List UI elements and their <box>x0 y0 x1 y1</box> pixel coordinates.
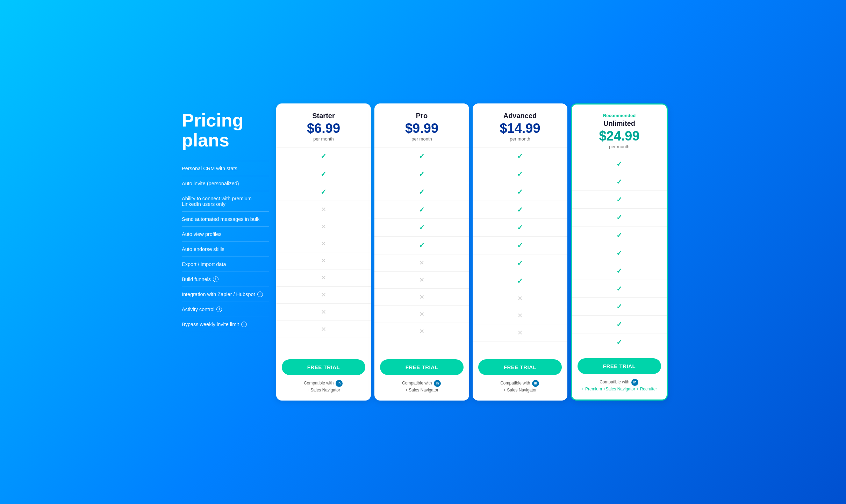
feature-cell: ✓ <box>473 219 567 237</box>
plan-price: $24.99 <box>579 129 660 144</box>
recommended-badge: Recommended <box>579 113 660 118</box>
linkedin-badge: in <box>631 379 638 386</box>
info-icon[interactable]: i <box>241 322 247 327</box>
free-trial-button-pro[interactable]: FREE TRIAL <box>380 359 464 375</box>
check-icon: ✓ <box>517 241 523 250</box>
check-icon: ✓ <box>321 188 327 196</box>
feature-cell: ✓ <box>374 201 469 219</box>
check-icon: ✓ <box>517 152 523 160</box>
check-icon: ✓ <box>419 223 425 232</box>
check-icon: ✓ <box>616 267 622 275</box>
feature-cell: ✓ <box>374 147 469 165</box>
per-month: per month <box>381 136 462 142</box>
compatible-text-advanced: Compatible with in+ Sales Navigator <box>478 380 562 394</box>
feature-cell: ✓ <box>572 226 667 244</box>
feature-cell: ✓ <box>572 191 667 209</box>
linkedin-badge: in <box>434 380 441 387</box>
feature-item: Bypass weekly invite limiti <box>182 317 269 332</box>
feature-item: Send automated messages in bulk <box>182 212 269 227</box>
free-trial-button-advanced[interactable]: FREE TRIAL <box>478 359 562 375</box>
page-title: Pricing plans <box>182 110 269 150</box>
feature-item: Integration with Zapier / Hubspoti <box>182 287 269 302</box>
feature-cell: ✕ <box>473 290 567 307</box>
feature-cell: ✓ <box>473 237 567 254</box>
feature-cell: ✓ <box>374 183 469 201</box>
feature-cell: ✕ <box>473 324 567 341</box>
cross-icon: ✕ <box>419 327 424 335</box>
feature-cell: ✕ <box>374 323 469 340</box>
feature-cell: ✓ <box>276 183 371 201</box>
linkedin-badge: in <box>532 380 539 387</box>
feature-cell: ✕ <box>374 272 469 289</box>
feature-item: Auto endorse skills <box>182 242 269 257</box>
plan-price: $9.99 <box>381 121 462 136</box>
cross-icon: ✕ <box>321 308 326 316</box>
cross-icon: ✕ <box>321 291 326 299</box>
cross-icon: ✕ <box>517 312 523 319</box>
feature-cell: ✓ <box>473 254 567 272</box>
cross-icon: ✕ <box>321 274 326 282</box>
check-icon: ✓ <box>419 152 425 160</box>
info-icon[interactable]: i <box>257 291 263 297</box>
plan-name: Starter <box>283 112 364 120</box>
pricing-container: Pricing plans Personal CRM with statsAut… <box>178 103 668 401</box>
info-icon[interactable]: i <box>213 276 218 282</box>
cross-icon: ✕ <box>321 325 326 333</box>
feature-cell: ✓ <box>473 165 567 183</box>
plan-header-pro: Pro$9.99per month <box>374 103 469 148</box>
per-month: per month <box>579 144 660 149</box>
check-icon: ✓ <box>616 320 622 329</box>
feature-cell: ✓ <box>473 272 567 290</box>
info-icon[interactable]: i <box>216 307 222 312</box>
feature-item: Auto view profiles <box>182 227 269 242</box>
plan-name: Unlimited <box>579 120 660 128</box>
plan-card-starter: Starter$6.99per month✓✓✓✕✕✕✕✕✕✕✕FREE TRI… <box>276 103 371 401</box>
feature-cell: ✓ <box>572 316 667 333</box>
feature-cell: ✓ <box>572 262 667 280</box>
check-icon: ✓ <box>517 277 523 285</box>
plan-footer-pro: FREE TRIALCompatible with in+ Sales Navi… <box>374 352 469 401</box>
per-month: per month <box>480 136 560 142</box>
compatible-text-starter: Compatible with in+ Sales Navigator <box>282 380 365 394</box>
feature-cell: ✕ <box>276 252 371 269</box>
feature-cell: ✕ <box>276 287 371 304</box>
feature-cell: ✓ <box>374 237 469 254</box>
feature-cell: ✕ <box>374 254 469 272</box>
free-trial-button-unlimited[interactable]: FREE TRIAL <box>578 358 661 374</box>
cross-icon: ✕ <box>419 259 424 267</box>
cross-icon: ✕ <box>321 257 326 265</box>
check-icon: ✓ <box>616 338 622 346</box>
feature-cell: ✓ <box>473 201 567 219</box>
feature-cell: ✓ <box>572 280 667 298</box>
check-icon: ✓ <box>419 206 425 214</box>
feature-cell: ✓ <box>572 244 667 262</box>
plan-card-pro: Pro$9.99per month✓✓✓✓✓✓✕✕✕✕✕FREE TRIALCo… <box>374 103 469 401</box>
feature-item: Auto invite (personalized) <box>182 176 269 191</box>
feature-cell: ✕ <box>276 269 371 287</box>
plan-footer-starter: FREE TRIALCompatible with in+ Sales Navi… <box>276 352 371 401</box>
feature-item: Ability to connect with premium LinkedIn… <box>182 191 269 212</box>
per-month: per month <box>283 136 364 142</box>
plan-header-unlimited: RecommendedUnlimited$24.99per month <box>572 105 667 156</box>
check-icon: ✓ <box>616 160 622 168</box>
compatible-text-unlimited: Compatible with in+ Premium +Sales Navig… <box>578 379 661 393</box>
free-trial-button-starter[interactable]: FREE TRIAL <box>282 359 365 375</box>
check-icon: ✓ <box>616 213 622 222</box>
feature-cell: ✓ <box>572 333 667 351</box>
cross-icon: ✕ <box>419 276 424 284</box>
check-icon: ✓ <box>517 170 523 178</box>
plan-name: Advanced <box>480 112 560 120</box>
plan-footer-unlimited: FREE TRIALCompatible with in+ Premium +S… <box>572 351 667 399</box>
feature-cell: ✕ <box>276 218 371 235</box>
feature-cell: ✓ <box>276 165 371 183</box>
check-icon: ✓ <box>517 188 523 196</box>
check-icon: ✓ <box>419 241 425 250</box>
plan-price: $14.99 <box>480 121 560 136</box>
feature-cell: ✕ <box>276 304 371 321</box>
feature-cell: ✓ <box>572 209 667 226</box>
feature-cell: ✓ <box>572 173 667 191</box>
feature-cell: ✓ <box>473 183 567 201</box>
feature-cell: ✕ <box>276 235 371 252</box>
feature-cell: ✕ <box>276 321 371 338</box>
feature-cell: ✓ <box>572 298 667 316</box>
